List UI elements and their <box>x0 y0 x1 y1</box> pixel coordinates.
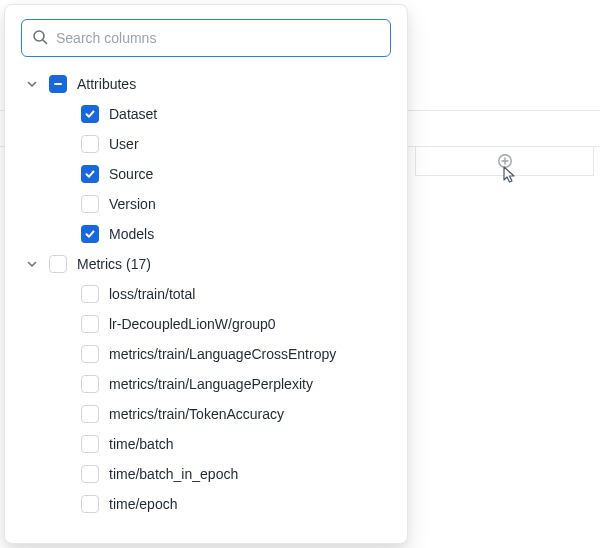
item-checkbox[interactable] <box>81 105 99 123</box>
column-item[interactable]: time/epoch <box>5 489 407 519</box>
chevron-down-icon <box>25 77 39 91</box>
item-checkbox[interactable] <box>81 285 99 303</box>
item-checkbox[interactable] <box>81 135 99 153</box>
plus-circle-icon <box>497 153 513 169</box>
column-item[interactable]: loss/train/total <box>5 279 407 309</box>
item-label: lr-DecoupledLionW/group0 <box>109 316 276 332</box>
group-children: DatasetUserSourceVersionModels <box>5 99 407 249</box>
search-input[interactable] <box>56 30 380 46</box>
column-item[interactable]: Dataset <box>5 99 407 129</box>
column-item[interactable]: metrics/train/LanguagePerplexity <box>5 369 407 399</box>
column-item[interactable]: Models <box>5 219 407 249</box>
column-item[interactable]: time/batch_in_epoch <box>5 459 407 489</box>
item-label: Version <box>109 196 156 212</box>
item-checkbox[interactable] <box>81 465 99 483</box>
group-children: loss/train/totallr-DecoupledLionW/group0… <box>5 279 407 519</box>
column-item[interactable]: Source <box>5 159 407 189</box>
chevron-down-icon <box>25 257 39 271</box>
column-item[interactable]: metrics/train/TokenAccuracy <box>5 399 407 429</box>
item-checkbox[interactable] <box>81 225 99 243</box>
search-input-container[interactable] <box>21 19 391 57</box>
item-label: metrics/train/LanguagePerplexity <box>109 376 313 392</box>
column-item[interactable]: Version <box>5 189 407 219</box>
column-item[interactable]: User <box>5 129 407 159</box>
column-picker-panel: AttributesDatasetUserSourceVersionModels… <box>4 4 408 544</box>
group-checkbox[interactable] <box>49 75 67 93</box>
item-label: Models <box>109 226 154 242</box>
item-label: loss/train/total <box>109 286 195 302</box>
item-label: Dataset <box>109 106 157 122</box>
group-header[interactable]: Metrics (17) <box>5 249 407 279</box>
item-checkbox[interactable] <box>81 315 99 333</box>
item-checkbox[interactable] <box>81 165 99 183</box>
group-label: Metrics (17) <box>77 256 151 272</box>
item-label: time/batch_in_epoch <box>109 466 238 482</box>
item-checkbox[interactable] <box>81 405 99 423</box>
item-label: User <box>109 136 139 152</box>
column-tree: AttributesDatasetUserSourceVersionModels… <box>5 67 407 527</box>
group-label: Attributes <box>77 76 136 92</box>
item-label: metrics/train/LanguageCrossEntropy <box>109 346 336 362</box>
add-column-button[interactable] <box>415 146 594 176</box>
item-checkbox[interactable] <box>81 345 99 363</box>
item-checkbox[interactable] <box>81 435 99 453</box>
item-checkbox[interactable] <box>81 495 99 513</box>
group-checkbox[interactable] <box>49 255 67 273</box>
item-label: Source <box>109 166 153 182</box>
item-checkbox[interactable] <box>81 195 99 213</box>
column-item[interactable]: time/batch <box>5 429 407 459</box>
item-label: time/batch <box>109 436 174 452</box>
group-header[interactable]: Attributes <box>5 69 407 99</box>
item-checkbox[interactable] <box>81 375 99 393</box>
column-item[interactable]: lr-DecoupledLionW/group0 <box>5 309 407 339</box>
search-icon <box>32 29 48 48</box>
column-item[interactable]: metrics/train/LanguageCrossEntropy <box>5 339 407 369</box>
item-label: time/epoch <box>109 496 177 512</box>
item-label: metrics/train/TokenAccuracy <box>109 406 284 422</box>
